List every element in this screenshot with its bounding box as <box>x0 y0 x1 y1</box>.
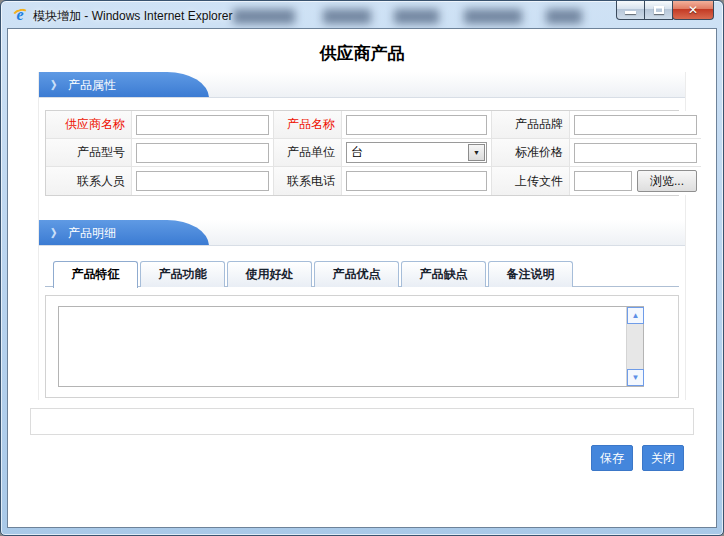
main-panel: 》产品属性 供应商名称 产品名称 产品品牌 产品型号 产品单位 台 ▼ <box>38 72 686 400</box>
tab-product-features[interactable]: 产品特征 <box>53 261 138 288</box>
close-window-button[interactable]: ✕ <box>672 1 714 20</box>
maximize-icon <box>654 6 664 14</box>
contact-phone-label: 联系电话 <box>274 167 342 195</box>
close-button[interactable]: 关闭 <box>642 445 684 471</box>
contact-person-input[interactable] <box>136 171 269 191</box>
background-blur <box>464 9 522 24</box>
browse-button[interactable]: 浏览... <box>637 170 697 192</box>
supplier-name-label: 供应商名称 <box>46 111 132 139</box>
section-header-details: 》产品明细 <box>39 220 685 246</box>
background-blur <box>233 9 295 24</box>
close-icon: ✕ <box>673 1 713 19</box>
save-button[interactable]: 保存 <box>591 445 633 471</box>
section-tab-details: 》产品明细 <box>39 220 167 246</box>
section-tab-attributes: 》产品属性 <box>39 72 167 98</box>
empty-panel <box>30 408 694 435</box>
minimize-button[interactable] <box>616 1 645 20</box>
tab-product-functions[interactable]: 产品功能 <box>140 261 225 287</box>
minimize-icon <box>625 11 636 14</box>
page-title: 供应商产品 <box>8 42 716 72</box>
product-brand-input[interactable] <box>574 115 697 135</box>
window-title: 模块增加 - Windows Internet Explorer <box>33 8 232 25</box>
product-unit-label: 产品单位 <box>274 139 342 167</box>
product-name-label: 产品名称 <box>274 111 342 139</box>
background-blur <box>394 9 439 24</box>
upload-file-label: 上传文件 <box>492 167 570 195</box>
internet-explorer-icon: e <box>11 6 29 24</box>
window-controls: ✕ <box>617 1 714 20</box>
title-bar: e 模块增加 - Windows Internet Explorer <box>1 1 723 29</box>
browser-window: e 模块增加 - Windows Internet Explorer ✕ 供应商… <box>0 0 724 536</box>
contact-phone-input[interactable] <box>346 171 487 191</box>
product-unit-value: 台 <box>347 144 467 161</box>
standard-price-label: 标准价格 <box>492 139 570 167</box>
section-title: 产品属性 <box>68 78 116 92</box>
detail-tab-bar: 产品特征 产品功能 使用好处 产品优点 产品缺点 备注说明 <box>45 260 679 287</box>
chevron-right-icon: 》 <box>51 227 62 239</box>
background-blur <box>546 9 582 24</box>
detail-textarea-wrap: ▲ ▼ <box>58 306 644 387</box>
detail-panel: ▲ ▼ <box>45 295 679 398</box>
product-model-label: 产品型号 <box>46 139 132 167</box>
page-content: 供应商产品 》产品属性 供应商名称 产品名称 产品品牌 产品型号 产品单位 <box>8 29 716 527</box>
product-model-input[interactable] <box>136 143 269 163</box>
maximize-button[interactable] <box>644 1 673 20</box>
standard-price-input[interactable] <box>574 143 697 163</box>
product-brand-label: 产品品牌 <box>492 111 570 139</box>
upload-file-input[interactable] <box>574 171 632 191</box>
chevron-down-icon[interactable]: ▼ <box>468 144 485 161</box>
footer-actions: 保存 关闭 <box>8 445 684 471</box>
chevron-right-icon: 》 <box>51 79 62 91</box>
background-blur <box>323 9 371 24</box>
textarea-scrollbar[interactable]: ▲ ▼ <box>626 307 643 386</box>
contact-person-label: 联系人员 <box>46 167 132 195</box>
detail-textarea[interactable] <box>59 307 626 386</box>
section-title: 产品明细 <box>68 226 116 240</box>
tab-remarks[interactable]: 备注说明 <box>488 261 573 287</box>
tab-product-advantages[interactable]: 产品优点 <box>314 261 399 287</box>
attributes-form: 供应商名称 产品名称 产品品牌 产品型号 产品单位 台 ▼ 标准价格 <box>45 110 679 196</box>
section-header-attributes: 》产品属性 <box>39 72 685 98</box>
product-unit-select[interactable]: 台 ▼ <box>346 142 487 163</box>
product-name-input[interactable] <box>346 115 487 135</box>
supplier-name-input[interactable] <box>136 115 269 135</box>
tab-usage-benefits[interactable]: 使用好处 <box>227 261 312 287</box>
scroll-down-icon[interactable]: ▼ <box>627 369 644 386</box>
scroll-up-icon[interactable]: ▲ <box>627 307 644 324</box>
tab-product-disadvantages[interactable]: 产品缺点 <box>401 261 486 287</box>
